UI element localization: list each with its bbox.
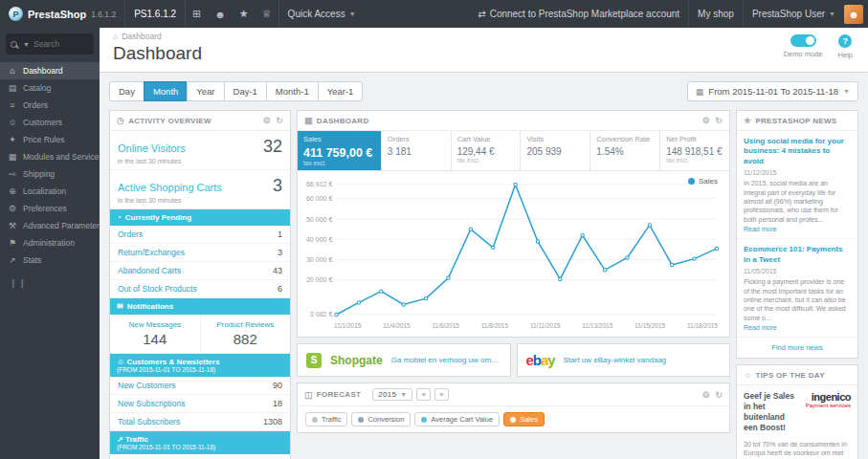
help-label: Help — [838, 51, 853, 59]
pending-row-orders: Orders 1 — [110, 226, 290, 244]
news-article: Ecommerce 101: Payments in a Tweet 11/05… — [737, 239, 857, 338]
ingenico-logo: ingenico Payment services — [806, 391, 851, 433]
cart-icon[interactable]: ⊞ — [186, 0, 208, 28]
sidebar-search[interactable]: ▼ — [6, 33, 94, 55]
refresh-icon[interactable]: ↻ — [276, 116, 283, 125]
my-shop-link[interactable]: My shop — [689, 0, 743, 28]
collapse-menu-icon[interactable]: ❙❙ — [0, 269, 100, 297]
shipping-icon: ⇨ — [8, 169, 17, 179]
sidebar-item-orders[interactable]: ≡ Orders — [0, 97, 100, 114]
kpi-net-profit[interactable]: Net Profit 148 918,51 € tax excl. — [660, 131, 729, 170]
ebay-promo-link[interactable]: Start uw eBay-winkel vandaag — [564, 356, 667, 364]
customers-newsletters-header: ☺ Customers & Newsletters (FROM 2015-11-… — [110, 354, 290, 377]
range-year-button[interactable]: Year — [187, 81, 224, 101]
sidebar-item-advanced-parameters[interactable]: ⚒ Advanced Parameters — [0, 217, 100, 234]
envelope-icon: ✉ — [117, 302, 123, 311]
gear-icon[interactable]: ⚙ — [702, 390, 710, 400]
calendar-icon: ▦ — [696, 87, 704, 97]
legend-sales[interactable]: Sales — [503, 412, 545, 426]
traffic-dot-icon — [312, 417, 318, 423]
range-month-1-button[interactable]: Month-1 — [266, 81, 319, 101]
sidebar-item-stats[interactable]: ↗ Stats — [0, 251, 100, 269]
shop-name[interactable]: PS1.6.1.2 — [125, 9, 185, 19]
previous-year-button[interactable]: « — [416, 388, 431, 401]
breadcrumb[interactable]: ⌂ Dashboard — [113, 32, 855, 41]
traffic-icon: ↗ — [117, 435, 123, 444]
sidebar-item-customers[interactable]: ☺ Customers — [0, 114, 100, 131]
forecast-icon: ◫ — [304, 390, 313, 400]
legend-average-cart-value[interactable]: Average Cart Value — [414, 412, 500, 426]
range-day-button[interactable]: Day — [109, 81, 145, 101]
chart-legend: Sales — [688, 177, 718, 186]
sidebar-item-shipping[interactable]: ⇨ Shipping — [0, 165, 100, 183]
home-icon: ⌂ — [8, 66, 17, 76]
customers-row-total-subscribers: Total Subscribers 1308 — [110, 413, 290, 431]
article-title-link[interactable]: Using social media for your business: 4 … — [744, 137, 851, 166]
sidebar: ▼ ⌂ Dashboard ▤ Catalog ≡ Orders ☺ Custo… — [0, 28, 100, 459]
user-menu[interactable]: PrestaShop User ▼ — [744, 0, 844, 28]
sidebar-item-catalog[interactable]: ▤ Catalog — [0, 79, 100, 97]
refresh-icon[interactable]: ↻ — [715, 390, 723, 400]
traffic-header: ↗ Traffic (FROM 2015-11-01 TO 2015-11-18… — [110, 431, 290, 454]
tip-icon: ☼ — [744, 370, 752, 380]
read-more-link[interactable]: Read more — [744, 226, 851, 232]
wrench-icon: ⚒ — [8, 221, 17, 230]
sidebar-item-localization[interactable]: ⊕ Localization — [0, 183, 100, 200]
sidebar-item-price-rules[interactable]: ✦ Price Rules — [0, 131, 100, 148]
sidebar-item-dashboard[interactable]: ⌂ Dashboard — [0, 62, 100, 79]
legend-traffic[interactable]: Traffic — [305, 412, 347, 426]
svg-text:40 000 €: 40 000 € — [306, 236, 333, 243]
search-input[interactable] — [33, 39, 89, 49]
find-more-news-link[interactable]: Find more news — [737, 338, 857, 358]
kpi-visits[interactable]: Visits 205 939 — [521, 131, 590, 170]
kpi-cart-value[interactable]: Cart Value 129,44 € tax excl. — [452, 131, 522, 170]
conversion-dot-icon — [358, 417, 364, 423]
gear-icon[interactable]: ⚙ — [263, 116, 271, 125]
kpi-orders[interactable]: Orders 3 181 — [382, 131, 452, 170]
demo-mode-toggle[interactable] — [790, 34, 816, 47]
article-date: 11/12/2015 — [744, 169, 851, 176]
dashboard-panel: ▦ DASHBOARD ⚙ ↻ Sales 411 759,00 € tax e… — [297, 110, 730, 338]
kpi-conversion-rate[interactable]: Conversion Rate 1.54% — [590, 131, 660, 170]
user-avatar[interactable]: ☻ — [844, 5, 863, 24]
article-excerpt: In 2015, social media are an integral pa… — [744, 179, 851, 224]
gear-icon[interactable]: ⚙ — [702, 116, 710, 125]
sidebar-item-administration[interactable]: ⚑ Administration — [0, 234, 100, 251]
tip-headline: Geef je Sales in het buitenland een Boos… — [744, 391, 800, 433]
tip-body: 30 tot 70% van de consumenten in Europa … — [744, 440, 851, 459]
marketplace-link[interactable]: ⇄ Connect to PrestaShop Marketplace acco… — [469, 0, 688, 28]
chevron-down-icon: ▼ — [23, 41, 30, 48]
help-icon[interactable]: ? — [838, 34, 852, 48]
article-title-link[interactable]: Ecommerce 101: Payments in a Tweet — [744, 245, 851, 265]
refresh-icon[interactable]: ↻ — [715, 116, 723, 125]
read-more-link[interactable]: Read more — [744, 324, 851, 331]
svg-text:20 000 €: 20 000 € — [306, 276, 333, 283]
demo-mode-label: Demo mode — [784, 50, 823, 58]
prestashop-brand[interactable]: P PrestaShop 1.6.1.2 — [0, 7, 124, 21]
active-carts-stat: Active Shopping Carts 3 in the last 30 m… — [110, 170, 290, 209]
prestashop-news-panel: ★ PRESTASHOP NEWS Using social media for… — [736, 110, 858, 359]
date-range-picker[interactable]: ▦ From 2015-11-01 To 2015-11-18 ▼ — [687, 81, 858, 101]
forecast-year-select[interactable]: 2015 ▼ — [372, 388, 412, 401]
google-analytics-link[interactable]: Link to your Google Analytics account — [110, 454, 290, 459]
star-icon[interactable]: ★ — [233, 0, 256, 28]
range-year-1-button[interactable]: Year-1 — [318, 81, 364, 101]
panel-title: TIPS OF THE DAY — [756, 371, 825, 380]
kpi-sales[interactable]: Sales 411 759,00 € tax excl. — [298, 131, 382, 170]
sidebar-item-preferences[interactable]: ⚙ Preferences — [0, 200, 100, 217]
range-month-button[interactable]: Month — [144, 81, 188, 101]
range-day-1-button[interactable]: Day-1 — [224, 81, 267, 101]
globe-icon: ⊕ — [8, 186, 17, 196]
chevron-down-icon: ▼ — [843, 88, 850, 95]
topbar: P PrestaShop 1.6.1.2 PS1.6.1.2 ⊞ ☻ ★ ♕ Q… — [0, 0, 868, 28]
shopgate-logo-icon: S — [306, 353, 322, 368]
trophy-icon[interactable]: ♕ — [256, 0, 278, 28]
quick-access-menu[interactable]: Quick Access ▼ — [279, 0, 365, 28]
legend-conversion[interactable]: Conversion — [351, 412, 411, 426]
administration-icon: ⚑ — [8, 238, 17, 248]
customer-icon[interactable]: ☻ — [208, 0, 233, 28]
sidebar-item-modules[interactable]: ▦ Modules and Services — [0, 148, 100, 165]
shopgate-promo-link[interactable]: Ga mobiel en verhoog uw omzet — [391, 356, 501, 364]
average-cart-value-dot-icon — [421, 417, 427, 423]
next-year-button[interactable]: » — [434, 388, 449, 401]
